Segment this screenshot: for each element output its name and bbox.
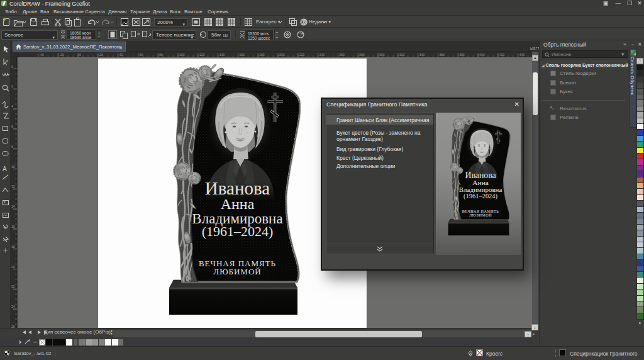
svg-text:160: 160 bbox=[240, 53, 245, 57]
svg-text:16: 16 bbox=[11, 225, 15, 228]
svg-text:0: 0 bbox=[11, 65, 13, 69]
svg-text:20: 20 bbox=[11, 265, 15, 269]
svg-text:40: 40 bbox=[119, 53, 123, 57]
svg-text:120: 120 bbox=[199, 53, 205, 57]
svg-text:280: 280 bbox=[359, 53, 365, 57]
svg-text:260: 260 bbox=[340, 53, 345, 57]
svg-text:22: 22 bbox=[11, 284, 15, 288]
svg-text:80: 80 bbox=[159, 53, 163, 57]
svg-text:8: 8 bbox=[11, 145, 13, 149]
svg-text:340: 340 bbox=[419, 53, 425, 57]
svg-text:2: 2 bbox=[11, 84, 13, 88]
svg-text:12: 12 bbox=[11, 184, 15, 188]
svg-text:360: 360 bbox=[440, 53, 445, 57]
svg-text:240: 240 bbox=[319, 53, 325, 57]
svg-text:24: 24 bbox=[11, 305, 15, 308]
svg-text:300: 300 bbox=[379, 53, 385, 57]
svg-text:14: 14 bbox=[11, 205, 15, 208]
svg-text:A: A bbox=[3, 166, 7, 172]
svg-text:6: 6 bbox=[11, 125, 13, 128]
svg-text:60: 60 bbox=[140, 53, 143, 57]
svg-text:100: 100 bbox=[179, 53, 185, 57]
svg-text:220: 220 bbox=[299, 53, 305, 57]
svg-text:20: 20 bbox=[99, 53, 103, 57]
svg-text:18: 18 bbox=[11, 245, 15, 249]
svg-text:440: 440 bbox=[519, 53, 525, 57]
svg-text:-20: -20 bbox=[59, 53, 64, 57]
svg-text:180: 180 bbox=[259, 53, 265, 57]
svg-text:10: 10 bbox=[11, 165, 15, 169]
svg-text:140: 140 bbox=[219, 53, 225, 57]
svg-text:4: 4 bbox=[11, 104, 13, 108]
svg-text:400: 400 bbox=[479, 53, 485, 57]
svg-text:380: 380 bbox=[459, 53, 465, 57]
svg-text:200: 200 bbox=[279, 53, 285, 57]
svg-text:0: 0 bbox=[79, 53, 81, 57]
svg-text:320: 320 bbox=[399, 53, 405, 57]
svg-text:420: 420 bbox=[499, 53, 505, 57]
